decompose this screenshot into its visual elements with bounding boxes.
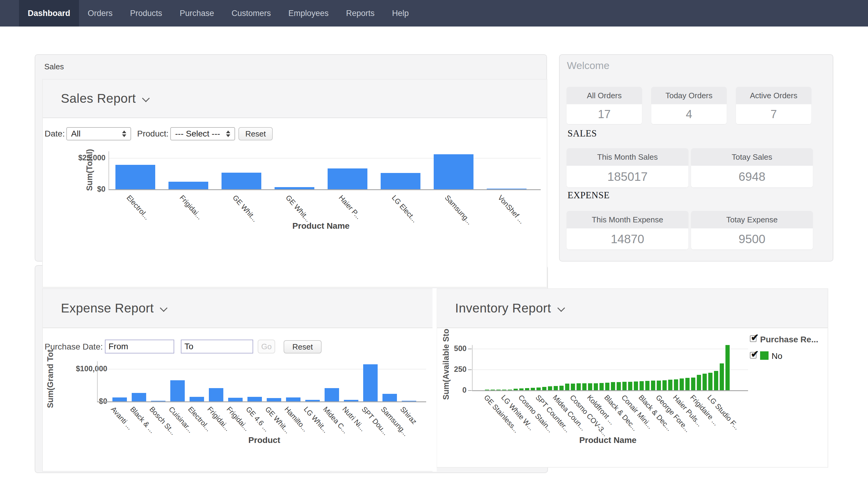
bar [674,379,678,390]
stat-card: Today Orders4 [651,87,727,124]
bar [221,173,261,189]
gridline [472,349,748,349]
nav-item-reports[interactable]: Reports [337,0,383,26]
x-tick-label: GE Whit... [284,193,312,223]
bar [190,397,204,401]
bar [169,182,208,189]
expense-heading: EXPENSE [567,190,610,201]
legend-checkbox[interactable]: ✔ [750,352,757,358]
bar [582,383,587,390]
bar [115,165,155,189]
bar [542,387,547,390]
stat-card: Active Orders7 [736,87,811,124]
bar [274,187,314,189]
panel-gap [432,288,437,472]
nav-item-employees[interactable]: Employees [280,0,338,26]
bar [651,380,655,390]
legend-label: No [772,351,782,361]
bar [247,397,262,401]
stat-card-label: Totay Sales [691,148,813,166]
stat-card: All Orders17 [566,87,642,124]
y-tick-label: $0 [60,185,106,193]
y-tick-label: $25,000 [60,154,106,162]
bar [708,373,712,390]
bar [531,388,535,390]
stat-card-value: 14870 [566,228,688,250]
legend-label: Purchase Re... [760,335,818,344]
legend-checkbox[interactable]: ✔ [750,336,757,342]
bar [548,386,552,390]
nav-item-purchase[interactable]: Purchase [171,0,223,26]
nav-item-dashboard[interactable]: Dashboard [19,0,79,26]
bar [112,398,127,401]
nav-item-help[interactable]: Help [383,0,418,26]
nav-item-orders[interactable]: Orders [79,0,121,26]
x-tick-label: Frigidai... [178,193,204,221]
bar [720,363,724,390]
stat-card: Totay Expense9500 [691,211,813,250]
navbar: DashboardOrdersProductsPurchaseCustomers… [0,0,868,26]
bar [662,380,667,390]
nav-item-customers[interactable]: Customers [223,0,280,26]
y-axis-line [97,361,98,401]
bar [381,173,420,189]
sales-panel-label: Sales [44,62,64,71]
stat-card: Totay Sales6948 [691,148,813,187]
y-tick-mark [468,349,472,349]
y-axis-title: Sum(Total) [85,149,94,191]
nav-list: DashboardOrdersProductsPurchaseCustomers… [0,0,868,26]
bar [725,345,730,390]
y-tick-mark [468,369,472,370]
bar [702,374,707,390]
bar [628,382,632,390]
legend-swatch [760,351,769,360]
y-tick-label: $100,000 [56,364,107,373]
x-axis-line [109,189,541,190]
bar [697,375,701,390]
sales-report-card: Sales Report Date: All Product: --- Sele… [42,79,547,288]
legend-row: ✔Purchase Re... [750,335,828,344]
bar [434,154,474,189]
expense-chart: $100,000$0Avanti ...Black & ...Bosch St.… [43,289,432,471]
bar [594,383,598,390]
x-axis-line [97,401,426,402]
bar [565,384,569,390]
stat-card-value: 185017 [566,166,688,187]
bar [714,371,718,390]
stat-card-value: 7 [736,104,811,124]
nav-item-products[interactable]: Products [121,0,171,26]
stat-card-label: All Orders [566,87,642,104]
bar [685,378,689,390]
welcome-panel: Welcome All Orders17Today Orders4Active … [559,54,833,261]
bar [209,388,223,401]
bar [325,388,339,401]
sales-heading: SALES [567,128,597,139]
stat-card-label: Today Orders [651,87,727,104]
bar [286,398,301,401]
bar [228,398,243,401]
bar [622,382,627,390]
stat-card: This Month Sales185017 [566,148,688,187]
bar [132,393,146,401]
bar [634,381,638,390]
bar [657,380,661,390]
stat-card-value: 6948 [691,166,813,187]
x-axis-title: Product [248,435,280,445]
expense-report-card: Expense Report Purchase Date: Go Reset $… [42,288,433,472]
stat-card-value: 9500 [691,228,813,250]
stat-card-value: 4 [651,104,727,124]
legend-row: ✔No [750,351,828,361]
bar [328,168,367,189]
x-tick-label: Samsung... [443,193,474,226]
x-tick-label: VonShef ... [496,193,526,226]
bar [691,378,695,390]
y-axis-title: Sum(Available Sto [441,329,451,400]
x-axis-line [472,390,748,391]
stat-card-label: This Month Sales [566,148,688,166]
bar [559,386,564,390]
bar [680,378,684,390]
stat-card-label: This Month Expense [566,211,688,228]
bar [645,381,649,390]
y-axis-line [472,345,473,390]
x-axis-title: Product Name [579,435,637,445]
